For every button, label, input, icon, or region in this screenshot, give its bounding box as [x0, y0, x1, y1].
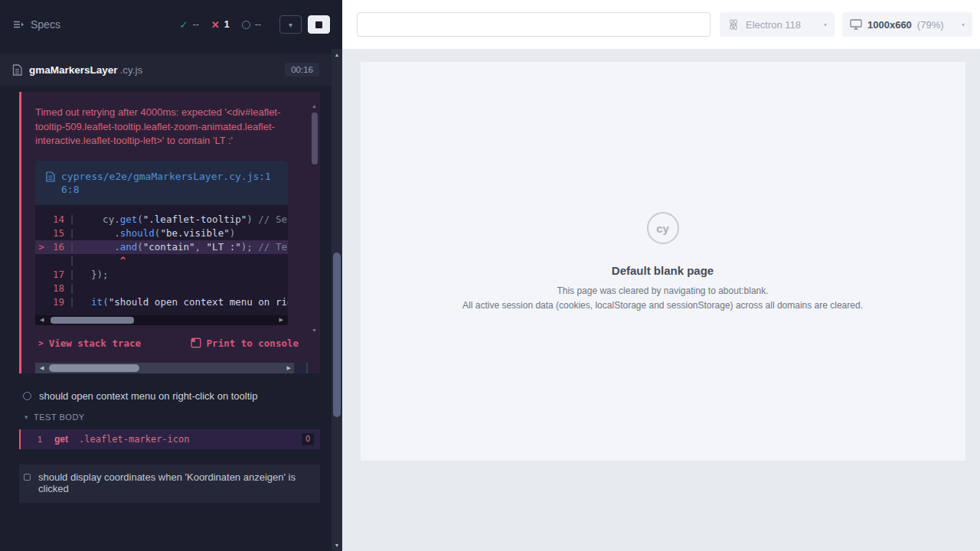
aut-iframe-blank-page: cy Default blank page This page was clea…: [361, 62, 965, 461]
print-to-console-button[interactable]: Print to console: [191, 337, 299, 349]
code-line: 19| it("should open context menu on righ: [35, 295, 288, 309]
collapse-all-button[interactable]: ▾: [279, 15, 302, 34]
spec-name: gmaMarkersLayer: [29, 64, 118, 76]
electron-icon: [727, 18, 740, 31]
error-vscroll-thumb[interactable]: [312, 112, 318, 165]
spec-duration-badge: 00:16: [285, 63, 319, 77]
aut-panel: Electron 118 ▾ 1000x660 (79%) ▾ cy Defau…: [342, 0, 980, 551]
reporter-vertical-scrollbar[interactable]: ▲ ▼: [332, 49, 342, 551]
browser-label: Electron 118: [746, 19, 801, 31]
code-scroll-track[interactable]: [46, 317, 276, 324]
blank-page-title: Default blank page: [612, 264, 714, 277]
error-message: Timed out retrying after 4000ms: expecte…: [35, 106, 308, 148]
test-body-toggle[interactable]: ▾ TEST BODY: [0, 406, 332, 426]
command-target: .leaflet-marker-icon: [79, 434, 190, 445]
scroll-up-icon[interactable]: ▲: [312, 103, 317, 109]
reporter-scroll-thumb[interactable]: [333, 253, 341, 417]
test-title: should open context menu on right-click …: [39, 390, 257, 402]
error-actions: > View stack trace Print to console: [35, 325, 308, 361]
error-horizontal-scrollbar[interactable]: ◀ ▶: [35, 363, 308, 373]
cypress-logo: cy: [647, 212, 679, 244]
scroll-down-icon[interactable]: ▼: [312, 327, 317, 334]
stop-square-icon: [315, 21, 322, 28]
spec-header[interactable]: gmaMarkersLayer .cy.js 00:16: [0, 54, 332, 86]
stat-failed: ✕ 1: [211, 19, 230, 31]
test-error-panel: Timed out retrying after 4000ms: expecte…: [19, 92, 320, 373]
code-frame-file-link: cypress/e2e/gmaMarkersLayer.cy.js:16:8: [61, 170, 274, 196]
specs-list-icon: [12, 18, 24, 31]
code-frame-lines: 14| cy.get(".leaflet-tooltip") // Sele15…: [35, 205, 288, 315]
command-method: get: [54, 434, 68, 445]
stat-passed-count: --: [192, 19, 198, 30]
code-frame-header[interactable]: cypress/e2e/gmaMarkersLayer.cy.js:16:8: [35, 161, 288, 205]
cypress-logo-text: cy: [656, 222, 669, 235]
pending-circle-icon: [242, 21, 250, 29]
chevron-down-icon: ▾: [24, 413, 28, 421]
test-item-pending[interactable]: should display coordinates when 'Koordin…: [19, 465, 320, 503]
url-input[interactable]: [357, 12, 710, 37]
test-item-running[interactable]: should open context menu on right-click …: [0, 380, 332, 406]
viewport-icon: [850, 19, 862, 30]
aut-stage: cy Default blank page This page was clea…: [342, 49, 980, 551]
error-vertical-scrollbar[interactable]: ▲ ▼: [311, 103, 318, 334]
x-icon: ✕: [211, 19, 220, 31]
console-icon: [191, 337, 201, 348]
app: Specs ✓ -- ✕ 1 -- ▾: [0, 0, 980, 551]
error-scroll-thumb[interactable]: [49, 364, 139, 372]
chevron-down-icon: ▾: [962, 21, 965, 28]
code-line: 18|: [35, 282, 288, 295]
test-title: should display coordinates when 'Koordin…: [38, 471, 309, 494]
blank-page-message-2: All active session data (cookies, localS…: [462, 300, 863, 311]
code-line: | ^: [35, 254, 288, 268]
stat-failed-count: 1: [224, 19, 230, 30]
scroll-up-icon[interactable]: ▲: [332, 49, 342, 60]
reporter-toolbar: Specs ✓ -- ✕ 1 -- ▾: [0, 0, 342, 49]
view-stack-trace-label: View stack trace: [49, 337, 141, 349]
viewport-size: 1000x660: [867, 19, 912, 31]
code-file-icon: [46, 171, 55, 182]
viewport-selector[interactable]: 1000x660 (79%) ▾: [842, 12, 972, 37]
blank-page-message-1: This page was cleared by navigating to a…: [557, 285, 768, 296]
stat-pending: --: [242, 19, 261, 30]
spec-file-icon: [12, 64, 22, 76]
scrollbar-corner: [294, 363, 306, 373]
scroll-right-icon[interactable]: ▶: [284, 365, 294, 371]
code-frame: cypress/e2e/gmaMarkersLayer.cy.js:16:8 1…: [35, 161, 288, 325]
check-icon: ✓: [180, 19, 188, 31]
code-scroll-thumb[interactable]: [51, 317, 133, 324]
code-line: 17| });: [35, 268, 288, 282]
print-to-console-label: Print to console: [207, 337, 299, 349]
specs-label: Specs: [31, 18, 60, 31]
error-scroll-track[interactable]: [47, 364, 283, 372]
reporter-sidebar: Specs ✓ -- ✕ 1 -- ▾: [0, 0, 342, 551]
code-horizontal-scrollbar[interactable]: ◀ ▶: [35, 315, 288, 325]
command-count-badge: 0: [302, 433, 314, 445]
stat-pending-count: --: [255, 19, 261, 30]
viewport-scale: (79%): [917, 19, 944, 31]
scroll-left-icon[interactable]: ◀: [37, 365, 47, 371]
browser-selector[interactable]: Electron 118 ▾: [720, 12, 835, 37]
command-log-entry[interactable]: 1 get .leaflet-marker-icon 0: [19, 429, 320, 449]
specs-button[interactable]: Specs: [12, 18, 60, 31]
reporter-body: gmaMarkersLayer .cy.js 00:16 Timed out r…: [0, 49, 332, 551]
chevron-right-icon: >: [38, 338, 44, 348]
scroll-down-icon[interactable]: ▼: [332, 540, 342, 551]
code-line: 14| cy.get(".leaflet-tooltip") // Sele: [35, 213, 288, 227]
test-body-label: TEST BODY: [34, 412, 85, 422]
spec-extension: .cy.js: [120, 64, 143, 76]
test-state-circle-icon: [23, 392, 31, 400]
stat-passed: ✓ --: [180, 19, 199, 31]
error-vscroll-track[interactable]: [312, 109, 318, 327]
test-stats: ✓ -- ✕ 1 --: [180, 19, 261, 31]
code-line: 15| .should("be.visible"): [35, 227, 288, 240]
code-line: >16| .and("contain", "LT :"); // Test: [35, 240, 288, 254]
command-number: 1: [21, 435, 42, 444]
stop-run-button[interactable]: [308, 15, 330, 34]
chevron-down-icon: ▾: [289, 21, 292, 29]
test-state-square-icon: [24, 474, 31, 481]
chevron-down-icon: ▾: [824, 21, 827, 28]
view-stack-trace-link[interactable]: > View stack trace: [38, 337, 141, 349]
scroll-right-icon[interactable]: ▶: [277, 317, 286, 323]
scroll-left-icon[interactable]: ◀: [38, 317, 46, 323]
aut-header: Electron 118 ▾ 1000x660 (79%) ▾: [342, 0, 980, 49]
